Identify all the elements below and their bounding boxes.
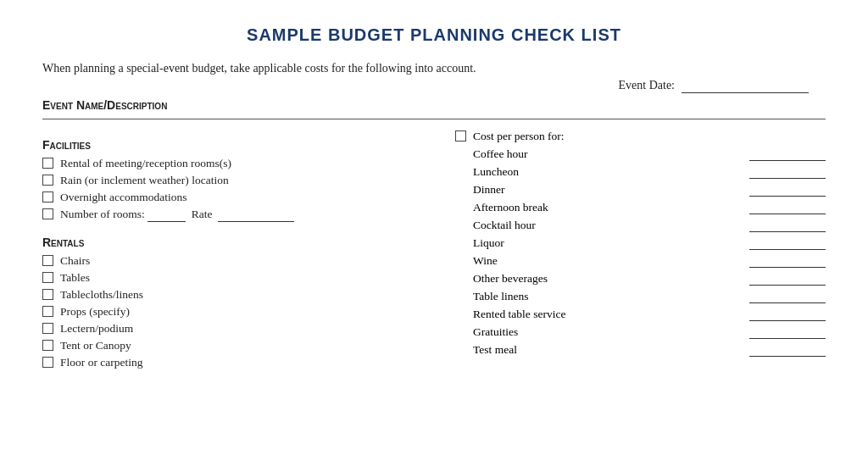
- event-date-label: Event Date:: [619, 79, 675, 93]
- item-label: Props (specify): [60, 305, 130, 319]
- checkbox-tables[interactable]: [42, 272, 53, 283]
- cost-per-person-label: Cost per person for:: [473, 130, 565, 143]
- list-item: Number of rooms: Rate: [42, 208, 413, 222]
- item-label: Wine: [473, 254, 741, 268]
- item-label: Luncheon: [473, 165, 741, 179]
- item-label: Chairs: [60, 254, 90, 268]
- rented-table-cost-field[interactable]: [749, 307, 826, 321]
- checkbox-floor[interactable]: [42, 357, 53, 368]
- list-item: Tables: [42, 271, 413, 285]
- cost-item-luncheon: Luncheon: [455, 164, 826, 179]
- checkbox-lectern[interactable]: [42, 323, 53, 334]
- cost-item-rented-table-service: Rented table service: [455, 307, 826, 321]
- event-name-label: Event Name/Description: [42, 98, 826, 112]
- rentals-section-title: Rentals: [42, 236, 413, 249]
- wine-cost-field[interactable]: [749, 253, 826, 268]
- checkbox-overnight[interactable]: [42, 191, 53, 203]
- item-label: Overnight accommodations: [60, 191, 187, 204]
- cost-item-table-linens: Table linens: [455, 289, 826, 303]
- item-label: Rented table service: [473, 308, 741, 321]
- list-item: Floor or carpeting: [42, 356, 413, 369]
- cost-item-wine: Wine: [455, 253, 826, 268]
- checkbox-rental-rooms[interactable]: [42, 158, 53, 169]
- cost-item-dinner: Dinner: [455, 182, 826, 197]
- item-label: Lectern/podium: [60, 322, 133, 336]
- table-linens-cost-field[interactable]: [749, 289, 826, 303]
- item-label: Table linens: [473, 290, 741, 303]
- item-label: Coffee hour: [473, 147, 741, 161]
- item-label: Test meal: [473, 343, 741, 357]
- afternoon-cost-field[interactable]: [749, 200, 826, 214]
- item-label: Other beverages: [473, 272, 741, 286]
- two-column-layout: Facilities Rental of meeting/reception r…: [42, 130, 826, 373]
- other-bev-cost-field[interactable]: [749, 271, 826, 286]
- list-item: Lectern/podium: [42, 322, 413, 336]
- checkbox-rain-location[interactable]: [42, 175, 53, 186]
- cocktail-cost-field[interactable]: [749, 218, 826, 232]
- page-title: SAMPLE BUDGET PLANNING CHECK LIST: [42, 25, 826, 45]
- item-label: Rental of meeting/reception rooms(s): [60, 157, 231, 170]
- cost-item-gratuities: Gratuities: [455, 325, 826, 339]
- item-label: Liquor: [473, 236, 741, 250]
- list-item: Props (specify): [42, 305, 413, 319]
- item-label: Dinner: [473, 183, 741, 197]
- luncheon-cost-field[interactable]: [749, 164, 826, 179]
- right-column: Cost per person for: Coffee hour Luncheo…: [438, 130, 826, 373]
- list-item: Overnight accommodations: [42, 191, 413, 204]
- event-date-line: Event Date:: [42, 79, 826, 93]
- checkbox-number-rooms[interactable]: [42, 208, 53, 219]
- list-item: Chairs: [42, 254, 413, 268]
- list-item: Tent or Canopy: [42, 339, 413, 352]
- rooms-field[interactable]: [147, 208, 186, 222]
- item-label: Number of rooms: Rate: [60, 208, 294, 222]
- cost-item-other-beverages: Other beverages: [455, 271, 826, 286]
- gratuities-cost-field[interactable]: [749, 325, 826, 339]
- page: SAMPLE BUDGET PLANNING CHECK LIST When p…: [0, 0, 868, 455]
- checkbox-props[interactable]: [42, 306, 53, 317]
- checkbox-tent[interactable]: [42, 340, 53, 351]
- checkbox-tablecloths[interactable]: [42, 289, 53, 300]
- dinner-cost-field[interactable]: [749, 182, 826, 197]
- checkbox-chairs[interactable]: [42, 255, 53, 266]
- item-label: Tablecloths/linens: [60, 288, 143, 302]
- item-label: Tables: [60, 271, 90, 285]
- event-date-field[interactable]: [682, 79, 809, 93]
- facilities-section-title: Facilities: [42, 138, 413, 152]
- intro-text: When planning a special-event budget, ta…: [42, 62, 826, 75]
- item-label: Rain (or inclement weather) location: [60, 174, 229, 187]
- rate-field[interactable]: [218, 208, 294, 222]
- item-label: Gratuities: [473, 325, 741, 339]
- divider: [42, 119, 826, 119]
- list-item: Rain (or inclement weather) location: [42, 174, 413, 187]
- checkbox-cost-per-person[interactable]: [455, 130, 466, 141]
- item-label: Cocktail hour: [473, 219, 741, 232]
- cost-item-afternoon-break: Afternoon break: [455, 200, 826, 214]
- test-meal-cost-field[interactable]: [749, 342, 826, 357]
- cost-item-test-meal: Test meal: [455, 342, 826, 357]
- cost-item-liquor: Liquor: [455, 236, 826, 250]
- liquor-cost-field[interactable]: [749, 236, 826, 250]
- coffee-cost-field[interactable]: [749, 147, 826, 161]
- list-item: Rental of meeting/reception rooms(s): [42, 157, 413, 170]
- cost-per-person-header: Cost per person for:: [455, 130, 826, 143]
- cost-item-cocktail: Cocktail hour: [455, 218, 826, 232]
- list-item: Tablecloths/linens: [42, 288, 413, 302]
- cost-item-coffee: Coffee hour: [455, 147, 826, 161]
- left-column: Facilities Rental of meeting/reception r…: [42, 130, 438, 373]
- item-label: Tent or Canopy: [60, 339, 131, 352]
- item-label: Afternoon break: [473, 201, 741, 214]
- item-label: Floor or carpeting: [60, 356, 142, 369]
